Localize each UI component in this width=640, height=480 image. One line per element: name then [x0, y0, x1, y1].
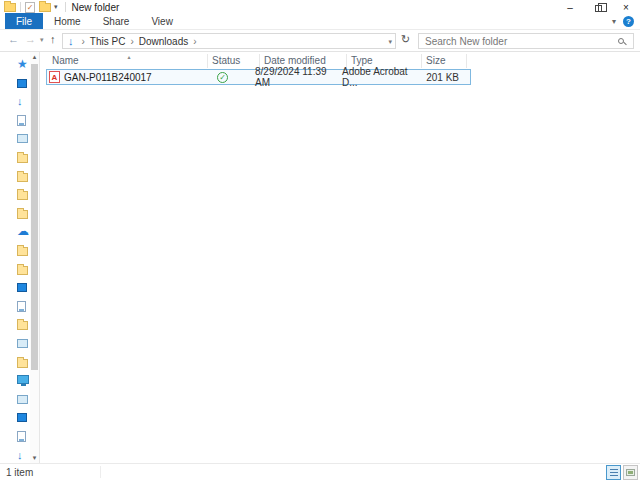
- nav-icon-documents[interactable]: [17, 115, 26, 126]
- status-bar: 1 item: [0, 463, 640, 480]
- address-bar[interactable]: ↓ › This PC › Downloads › ▾: [62, 33, 396, 49]
- minimize-button[interactable]: –: [556, 0, 584, 14]
- file-row[interactable]: A GAN-P011B240017 ✓ 8/29/2024 11:39 AM A…: [46, 69, 471, 85]
- file-list: Name ▴ Status Date modified Type Size A …: [41, 52, 640, 463]
- downloads-folder-icon: ↓: [68, 35, 74, 47]
- file-type: Adobe Acrobat D...: [342, 70, 417, 84]
- file-explorer-window: ✓ ▾ New folder – × File Home Share View …: [0, 0, 640, 480]
- nav-icon-this-pc[interactable]: [17, 375, 29, 384]
- new-folder-icon[interactable]: [39, 3, 51, 12]
- file-name: GAN-P011B240017: [64, 72, 152, 83]
- qat-customize-icon[interactable]: ▾: [54, 3, 58, 11]
- column-header-status[interactable]: Status: [208, 54, 260, 68]
- help-icon[interactable]: ?: [623, 16, 634, 27]
- nav-icon-folder[interactable]: [17, 210, 28, 219]
- navigation-toolbar: ← → ▾ ↑ ↓ › This PC › Downloads › ▾ ↻: [0, 30, 640, 52]
- column-header-size[interactable]: Size: [422, 54, 467, 68]
- nav-icon-pictures[interactable]: [17, 339, 28, 348]
- nav-icon-folder[interactable]: [17, 359, 28, 368]
- titlebar: ✓ ▾ New folder – ×: [0, 0, 640, 14]
- nav-icon-onedrive[interactable]: ☁: [17, 225, 30, 238]
- tab-share[interactable]: Share: [92, 13, 141, 29]
- large-icons-view-icon: [626, 469, 635, 476]
- nav-icon-downloads[interactable]: ↓: [17, 449, 30, 462]
- breadcrumb-this-pc[interactable]: This PC: [90, 36, 126, 47]
- titlebar-separator: [65, 2, 66, 12]
- nav-icons: ★↓☁↓: [0, 52, 30, 463]
- nav-icon-folder[interactable]: [17, 321, 28, 330]
- app-folder-icon: [4, 3, 16, 12]
- nav-icon-desktop[interactable]: [17, 413, 27, 422]
- nav-icon-3d-objects[interactable]: [17, 395, 28, 404]
- ribbon-right: ▾ ?: [612, 13, 634, 30]
- breadcrumb-downloads[interactable]: Downloads: [139, 36, 188, 47]
- nav-icon-folder[interactable]: [17, 247, 28, 256]
- navigation-pane: ★↓☁↓ ▴ ▾: [0, 52, 40, 463]
- search-input[interactable]: [419, 34, 633, 48]
- statusbar-separator: [100, 466, 101, 478]
- window-title: New folder: [72, 2, 120, 13]
- refresh-icon[interactable]: ↻: [401, 33, 410, 46]
- nav-scrollbar[interactable]: ▴ ▾: [30, 52, 39, 463]
- scroll-down-icon[interactable]: ▾: [30, 454, 39, 462]
- main-area: ★↓☁↓ ▴ ▾ Name ▴ Status Date modified Typ…: [0, 52, 640, 463]
- nav-icon-desktop[interactable]: [17, 283, 27, 292]
- file-date-modified: 8/29/2024 11:39 AM: [255, 70, 342, 84]
- nav-icon-folder[interactable]: [17, 191, 28, 200]
- sort-ascending-icon: ▴: [128, 50, 131, 64]
- restore-button[interactable]: [584, 0, 612, 14]
- recent-locations-icon[interactable]: ▾: [40, 36, 44, 44]
- details-view-icon: [610, 469, 618, 476]
- file-name-cell: A GAN-P011B240017: [47, 70, 203, 84]
- view-buttons: [606, 464, 638, 480]
- close-button[interactable]: ×: [612, 0, 640, 14]
- ribbon-tabs: File Home Share View ▾ ?: [0, 13, 640, 30]
- tab-home[interactable]: Home: [43, 13, 92, 29]
- search-box: [418, 33, 634, 49]
- breadcrumb-separator: ›: [82, 36, 85, 47]
- nav-icon-downloads[interactable]: ↓: [17, 95, 30, 108]
- scroll-up-icon[interactable]: ▴: [30, 53, 39, 61]
- properties-icon[interactable]: ✓: [25, 2, 35, 13]
- search-icon[interactable]: [618, 38, 624, 44]
- file-size: 201 KB: [417, 70, 461, 84]
- tab-file[interactable]: File: [5, 13, 43, 29]
- pdf-file-icon: A: [49, 71, 60, 83]
- nav-icon-folder[interactable]: [17, 173, 28, 182]
- nav-icon-folder[interactable]: [17, 154, 28, 163]
- up-button[interactable]: ↑: [50, 33, 56, 45]
- breadcrumb-separator: ›: [193, 36, 196, 47]
- details-view-button[interactable]: [606, 465, 621, 480]
- nav-icon-documents[interactable]: [17, 301, 26, 312]
- breadcrumb-separator: ›: [130, 36, 133, 47]
- sync-check-icon: ✓: [217, 72, 228, 83]
- window-controls: – ×: [556, 0, 640, 14]
- scrollbar-thumb[interactable]: [31, 64, 38, 370]
- titlebar-separator: [20, 2, 21, 12]
- nav-icon-pictures[interactable]: [17, 134, 28, 143]
- expand-ribbon-icon[interactable]: ▾: [612, 17, 616, 26]
- restore-icon: [595, 5, 602, 12]
- nav-icon-desktop[interactable]: [17, 79, 27, 88]
- nav-icon-folder[interactable]: [17, 266, 28, 275]
- forward-button[interactable]: →: [25, 33, 36, 45]
- nav-icon-quick-access[interactable]: ★: [17, 58, 30, 71]
- nav-icon-documents[interactable]: [17, 431, 26, 442]
- column-header-name[interactable]: Name ▴: [48, 54, 208, 68]
- file-status-cell: ✓: [203, 70, 255, 84]
- item-count: 1 item: [6, 467, 33, 478]
- large-icons-view-button[interactable]: [623, 465, 638, 480]
- tab-view[interactable]: View: [140, 13, 184, 29]
- address-dropdown-icon[interactable]: ▾: [388, 38, 392, 46]
- back-button[interactable]: ←: [8, 33, 19, 45]
